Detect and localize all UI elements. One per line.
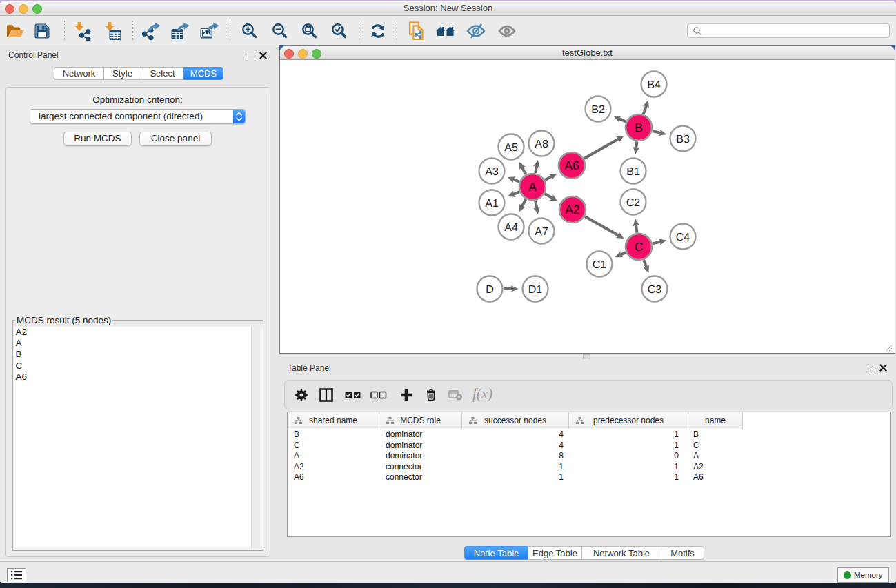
svg-text:B2: B2: [591, 104, 605, 116]
svg-text:A2: A2: [565, 203, 579, 216]
svg-text:A5: A5: [504, 142, 518, 154]
svg-text:D: D: [486, 284, 494, 296]
svg-text:B3: B3: [676, 134, 690, 145]
svg-text:B4: B4: [647, 79, 661, 91]
svg-text:B: B: [635, 121, 643, 134]
svg-text:A8: A8: [535, 139, 548, 150]
svg-text:A: A: [528, 180, 537, 194]
svg-text:A4: A4: [504, 222, 518, 234]
svg-text:A3: A3: [485, 166, 499, 178]
svg-text:A1: A1: [485, 198, 499, 210]
svg-text:B1: B1: [626, 166, 640, 178]
svg-text:D1: D1: [528, 284, 543, 296]
svg-text:C2: C2: [626, 197, 641, 209]
svg-text:C: C: [635, 240, 644, 254]
svg-text:C1: C1: [593, 259, 607, 271]
svg-text:C3: C3: [648, 284, 662, 296]
svg-text:C4: C4: [676, 232, 690, 243]
svg-text:A7: A7: [535, 226, 548, 238]
svg-text:A6: A6: [564, 159, 579, 172]
